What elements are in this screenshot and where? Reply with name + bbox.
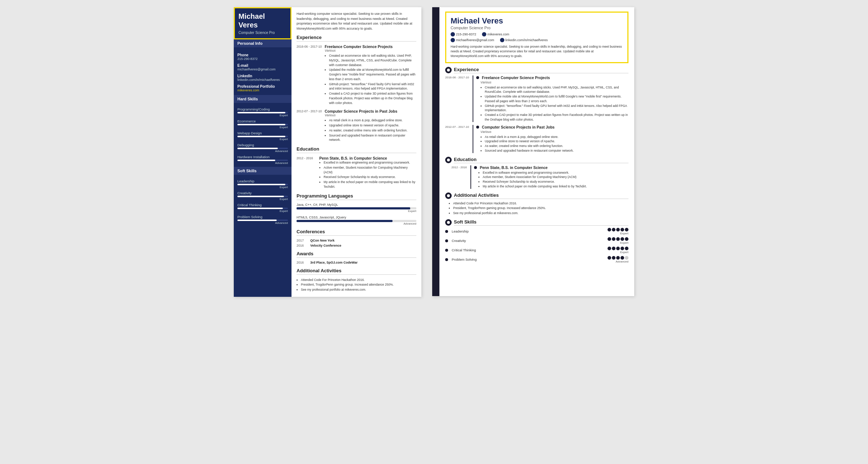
phone-contact: 215-290-8372 <box>451 32 476 36</box>
exp-date-2: 2016-06 - 2017-10 <box>445 75 469 122</box>
experience-icon <box>445 67 452 73</box>
dot <box>625 228 628 231</box>
exp-bullets: As retail clerk in a mom & pop, debugged… <box>325 118 416 142</box>
phone-icon <box>451 32 455 36</box>
edu-content: Penn State, B.S. in Computer Science Exc… <box>319 156 416 190</box>
content-2: Michael Veres Computer Science Pro 215-2… <box>439 7 634 296</box>
hard-skill-bar-container <box>237 160 288 161</box>
soft-skill-name-2: Critical Thinking <box>452 248 476 252</box>
bullet-edu-2: Excelled in software engineering and pro… <box>483 170 628 175</box>
soft-skills-heading-2: Soft Skills <box>454 219 628 226</box>
soft-skill-bar <box>237 220 277 221</box>
linkedin-2: linkedin.com/in/michaelfveres <box>505 38 548 42</box>
bullet: Received Schreyer Scholarship to study e… <box>324 175 416 179</box>
hard-skills-heading: Hard Skills <box>234 95 291 103</box>
soft-skills-section-2: Leadership Expert Creativity Expert Crit… <box>445 228 628 263</box>
soft-skill-right: Expert <box>608 228 628 235</box>
phone-label: Phone <box>237 53 288 57</box>
bullet-dot <box>476 76 479 79</box>
hard-skill-level: Expert <box>237 114 288 117</box>
edu-title-2: Penn State, B.S. in Computer Science <box>480 165 548 170</box>
dot <box>608 237 611 241</box>
exp-subtitle-2: Various <box>481 81 628 84</box>
activities-heading-2: Additional Activities <box>454 192 628 199</box>
portfolio-value: mikeveres.com <box>237 88 288 92</box>
dot <box>612 228 615 231</box>
bullet-2: Created an ecommerce site to sell walkin… <box>485 85 628 95</box>
bullet-2: As retail clerk in a mom & pop, debugged… <box>485 135 628 139</box>
personal-info-heading: Personal Info <box>234 39 291 47</box>
experience-item: 2012-07 - 2017-10 Computer Science Proje… <box>297 109 416 143</box>
soft-skill-level: Expert <box>237 209 288 213</box>
bullet-edu-2: Received Schreyer Scholarship to study e… <box>483 179 628 184</box>
soft-skill-dot <box>445 249 448 252</box>
summary-1: Hard-working computer science specialist… <box>297 12 416 31</box>
soft-skill-level-2: Expert <box>620 251 628 254</box>
contact-row-2: michaelfveres@gmail.com linkedin.com/in/… <box>451 38 623 42</box>
dot <box>616 228 620 231</box>
soft-skill-name: Creativity <box>237 191 288 195</box>
soft-skill-bar-container <box>237 220 288 221</box>
hard-skill-bar <box>237 136 285 137</box>
email-2: michaelfveres@gmail.com <box>456 38 494 42</box>
soft-skills-icon <box>445 219 452 226</box>
education-section-title-2: Education <box>445 157 628 163</box>
soft-skill-left: Critical Thinking <box>445 248 608 252</box>
email-value: michaelfveres@gmail.com <box>237 68 288 71</box>
education-item-2: 2012 - 2016 Penn State, B.S. in Computer… <box>445 165 628 189</box>
hard-skill-level: Expert <box>237 138 288 141</box>
awards-section: 2016 3rd Place, SpOJ.com CodeWar <box>297 261 416 264</box>
prog-langs-section: Java, C++, C#, PHP, MySQL Expert HTML5, … <box>297 203 416 225</box>
soft-skill-name-2: Problem Solving <box>452 257 477 261</box>
award-item: 2016 3rd Place, SpOJ.com CodeWar <box>297 261 416 264</box>
hard-skill-name: Programming/Coding <box>237 107 288 111</box>
activities-section-title-2: Additional Activities <box>445 192 628 199</box>
soft-skill-right: Advanced <box>608 256 628 263</box>
soft-skill-level: Expert <box>237 186 288 189</box>
exp-title: Freelance Computer Science Projects <box>325 44 416 49</box>
resume-1: Michael Veres Computer Science Pro Perso… <box>234 7 421 297</box>
bullet: Excelled in software engineering and pro… <box>324 160 416 165</box>
dot <box>621 247 624 250</box>
experience-section-2: 2016-06 - 2017-10 Freelance Computer Sci… <box>445 75 628 153</box>
experience-section-title-2: Experience <box>445 67 628 73</box>
dot <box>616 237 620 241</box>
soft-skill-left: Leadership <box>445 229 608 233</box>
personal-info-section: Phone 215-290-8372 E-mail michaelfveres@… <box>234 47 291 95</box>
dot-row <box>608 228 628 231</box>
portfolio-label: Professional Portfolio <box>237 84 288 88</box>
soft-skill-right: Expert <box>608 247 628 254</box>
soft-skill-name: Critical Thinking <box>237 203 288 207</box>
bullet-2: Sourced and upgraded hardware in restaur… <box>485 148 628 153</box>
exp-date: 2012-07 - 2017-10 <box>297 109 322 143</box>
dot <box>616 256 620 260</box>
exp-subtitle: Various <box>325 113 416 117</box>
linkedin-value: linkedin.com/in/michaelfveres <box>237 78 288 82</box>
conference-item: 2016 Velocity Conference <box>297 244 416 247</box>
bullet-2: Updated the mobile site at MoneyMoneyWor… <box>485 94 628 104</box>
award-name: 3rd Place, SpOJ.com CodeWar <box>310 261 358 264</box>
activities-section-1: Attended Code For Princeton Hackathon 20… <box>297 278 416 292</box>
activity-bullet-2: President, TrogdorPenn gaming group. Inc… <box>453 206 628 211</box>
exp-title: Computer Science Projects in Past Jobs <box>325 109 416 113</box>
soft-skill-bar <box>237 184 285 185</box>
bullet: Active member, Student Association for C… <box>324 165 416 175</box>
dot <box>612 237 615 241</box>
sidebar-1: Michael Veres Computer Science Pro Perso… <box>234 7 291 297</box>
edu-date: 2012 - 2016 <box>297 156 316 190</box>
email-contact: michaelfveres@gmail.com <box>451 38 494 42</box>
exp-title-2: Computer Science Projects in Past Jobs <box>482 125 554 129</box>
soft-skill-item-2: Creativity Expert <box>445 237 628 244</box>
soft-skill-level: Advanced <box>237 221 288 225</box>
bullet-edu-2: My article in the school paper on mobile… <box>483 184 628 189</box>
hard-skill-bar <box>237 112 285 113</box>
dot <box>612 247 615 250</box>
dot-row <box>608 256 628 260</box>
soft-skills-heading: Soft Skills <box>234 167 291 175</box>
hard-skill-name: Hardware Installation <box>237 155 288 159</box>
dot <box>625 237 628 241</box>
edu-date-2: 2012 - 2016 <box>445 165 467 189</box>
exp-subtitle-2: Various <box>481 130 628 134</box>
soft-skills-section: Leadership Expert Creativity Expert Crit… <box>234 175 291 227</box>
dot <box>625 256 628 260</box>
